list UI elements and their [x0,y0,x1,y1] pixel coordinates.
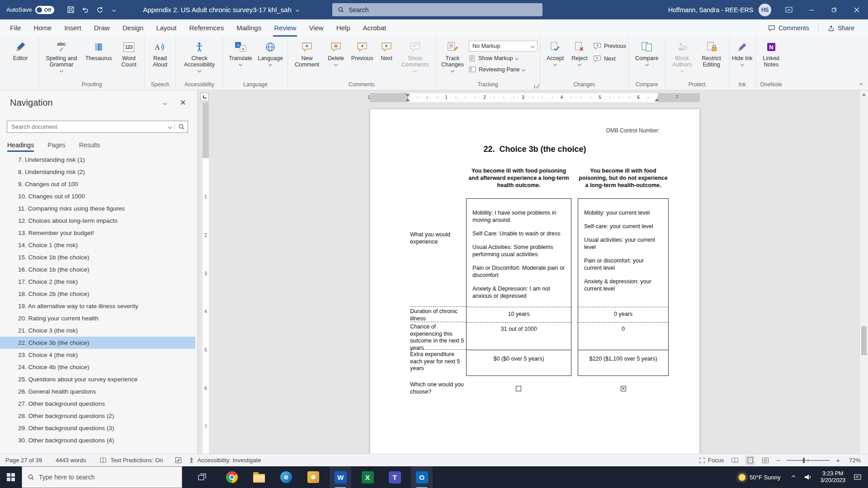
previous-comment-button[interactable]: Previous [348,37,376,80]
track-changes-button[interactable]: Track Changes [438,37,467,80]
nav-heading-item[interactable]: 26. General health questions [0,385,195,398]
close-button[interactable] [845,0,868,19]
restrict-editing-button[interactable]: Restrict Editing [697,37,726,80]
left-indent-marker[interactable] [406,99,410,101]
menu-tab-layout[interactable]: Layout [150,19,183,37]
start-button[interactable] [0,466,22,488]
taskbar-search[interactable] [22,466,182,488]
taskbar-search-input[interactable] [39,474,176,481]
focus-button[interactable]: Focus [699,457,724,464]
editing-mode-icon[interactable] [175,457,182,464]
search-icon[interactable] [178,123,185,130]
nav-tab-pages[interactable]: Pages [47,141,66,152]
weather-widget[interactable]: 50°F Sunny [739,474,780,481]
menu-tab-references[interactable]: References [183,19,230,37]
nav-heading-item[interactable]: 11. Comparing risks using these figures [0,202,195,215]
translate-button[interactable]: Aa Translate [226,37,255,80]
restore-button[interactable] [823,0,845,19]
option1-choice-checkbox[interactable] [516,386,521,391]
minimize-button[interactable] [800,0,823,19]
vertical-scrollbar[interactable] [859,90,868,454]
navigation-collapse-icon[interactable] [163,101,167,104]
nav-heading-item[interactable]: 13. Remember your budget! [0,227,195,239]
tray-expand-icon[interactable] [792,475,795,479]
nav-tab-headings[interactable]: Headings [7,141,34,152]
menu-tab-acrobat[interactable]: Acrobat [357,19,393,37]
new-comment-button[interactable]: New Comment [290,37,324,80]
proofing-status-icon[interactable] [99,457,107,464]
pinned-app-icon[interactable] [302,466,324,488]
menu-tab-insert[interactable]: Insert [58,19,88,37]
zoom-out-button[interactable] [776,456,780,464]
scroll-up-icon[interactable] [862,93,866,96]
first-line-indent-marker[interactable] [406,94,410,97]
comments-button[interactable]: Comments [764,22,814,34]
hide-ink-button[interactable]: Hide Ink [731,37,753,80]
save-button[interactable] [63,3,78,17]
nav-heading-item[interactable]: 14. Choice 1 (the risk) [0,239,195,251]
redo-button[interactable] [92,3,107,17]
scrollbar-thumb[interactable] [861,326,867,355]
volume-icon[interactable] [804,474,812,481]
zoom-slider-thumb[interactable] [803,458,805,463]
block-authors-button[interactable]: Block Authors [668,37,697,80]
teams-taskbar-icon[interactable] [384,466,406,488]
web-layout-button[interactable] [761,456,770,465]
nav-heading-item[interactable]: 7. Understanding risk (1) [0,154,195,166]
word-count-indicator[interactable]: 4443 words [56,457,86,464]
word-count-button[interactable]: 123 Word Count [116,37,142,80]
read-aloud-button[interactable]: A Read Aloud [147,37,173,80]
nav-heading-item[interactable]: 12. Choices about long-term impacts [0,215,195,227]
nav-heading-item[interactable]: 24. Choice 4b (the choice) [0,361,195,373]
taskbar-clock[interactable]: 3:23 PM 3/20/2023 [820,470,845,484]
nav-heading-item[interactable]: 28. Other background questions (2) [0,410,195,422]
reviewing-pane-button[interactable]: Reviewing Pane [469,65,538,74]
share-button[interactable]: Share [823,22,859,34]
autosave-switch[interactable]: Off [35,6,54,14]
nav-heading-item[interactable]: 8. Understanding risk (2) [0,166,195,178]
task-view-button[interactable] [191,466,213,488]
navigation-search-input[interactable] [11,123,165,130]
nav-heading-item[interactable]: 18. Choice 2b (the choice) [0,288,195,300]
display-for-review-dropdown[interactable]: No Markup [469,41,538,52]
chevron-down-icon[interactable] [168,125,172,128]
menu-tab-draw[interactable]: Draw [88,19,116,37]
word-taskbar-icon[interactable] [330,466,351,488]
nav-heading-item[interactable]: 25. Questions about your survey experien… [0,373,195,385]
nav-heading-item[interactable]: 29. Other background questions (3) [0,422,195,434]
accessibility-icon[interactable] [188,457,195,464]
show-markup-button[interactable]: Show Markup [469,53,538,63]
nav-heading-item[interactable]: 10. Changes out of 1000 [0,190,195,202]
navigation-close-icon[interactable]: ✕ [180,99,186,107]
avatar[interactable]: HS [759,4,771,16]
file-explorer-icon[interactable] [248,466,270,488]
nav-heading-item[interactable]: 20. Rating your current health [0,312,195,324]
show-comments-button[interactable]: Show Comments [397,37,433,80]
accept-button[interactable]: Accept [542,37,568,80]
previous-change-button[interactable]: Previous [593,41,626,52]
menu-tab-review[interactable]: Review [268,19,302,37]
language-button[interactable]: Language [255,37,285,80]
menu-tab-home[interactable]: Home [27,19,58,37]
quick-access-menu-button[interactable] [107,3,121,17]
reject-button[interactable]: Reject [568,37,591,80]
menu-tab-file[interactable]: File [4,19,27,37]
autosave-toggle[interactable]: AutoSave Off [6,6,54,14]
page-indicator[interactable]: Page 27 of 39 [5,457,42,464]
accessibility-indicator[interactable]: Accessibility: Investigate [198,457,261,464]
text-predictions-indicator[interactable]: Text Predictions: On [110,457,163,464]
spelling-grammar-button[interactable]: abc✓ Spelling and Grammar [42,37,81,80]
tab-selector-button[interactable] [200,93,209,101]
nav-heading-item[interactable]: 21. Choice 3 (the risk) [0,324,195,337]
menu-tab-view[interactable]: View [302,19,330,37]
collapse-ribbon-button[interactable] [859,83,863,87]
compare-button[interactable]: Compare [631,37,663,80]
delete-comment-button[interactable]: Delete [324,37,348,80]
print-layout-button[interactable] [745,456,755,465]
ribbon-display-options-button[interactable] [778,0,800,19]
titlebar-search[interactable] [332,3,542,16]
menu-tab-mailings[interactable]: Mailings [230,19,268,37]
option2-choice-checkbox[interactable] [621,386,626,391]
nav-heading-item[interactable]: 22. Choice 3b (the choice) [0,337,195,349]
titlebar-search-input[interactable] [349,6,537,14]
